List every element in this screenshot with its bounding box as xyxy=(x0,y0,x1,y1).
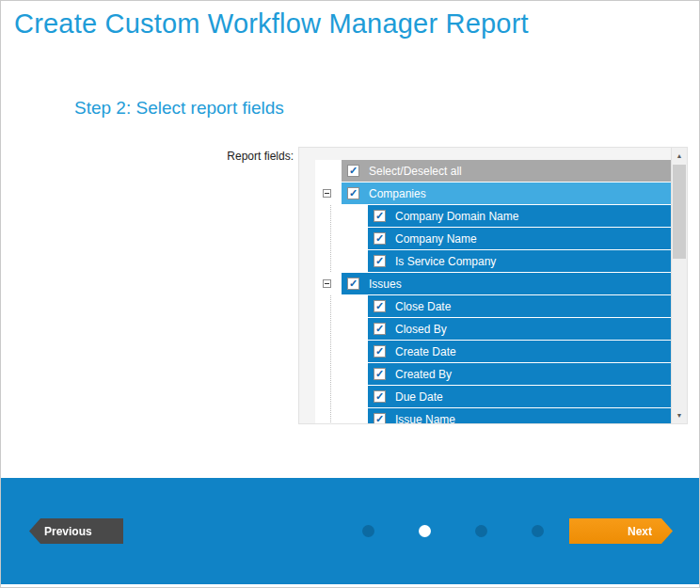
row-label: Closed By xyxy=(395,323,447,336)
row-bar[interactable]: ✓Created By xyxy=(368,363,671,385)
wizard-navigation-bar: Previous Next xyxy=(1,478,699,584)
row-label: Companies xyxy=(369,187,426,200)
checkbox[interactable]: ✓ xyxy=(374,232,386,245)
step-dot-1[interactable] xyxy=(362,525,374,537)
previous-button[interactable]: Previous xyxy=(29,518,123,544)
tree-indent xyxy=(315,318,368,340)
tree-row[interactable]: ✓Created By xyxy=(315,363,671,385)
tree-line xyxy=(330,363,331,385)
checkbox[interactable]: ✓ xyxy=(347,278,359,290)
tree-row[interactable]: ✓Issue Name xyxy=(315,408,671,424)
checkbox[interactable]: ✓ xyxy=(374,323,386,335)
tree-row[interactable]: ✓Company Name xyxy=(315,228,671,249)
row-label: Close Date xyxy=(395,300,451,313)
tree-row[interactable]: ✓Issues xyxy=(315,273,671,294)
tree-row[interactable]: ✓Due Date xyxy=(315,386,671,407)
tree-line xyxy=(330,408,331,424)
collapse-expander-icon[interactable] xyxy=(323,279,331,288)
tree-indent xyxy=(315,228,368,249)
report-fields-label: Report fields: xyxy=(203,150,294,163)
tree-row[interactable]: ✓Is Service Company xyxy=(315,250,671,272)
next-button[interactable]: Next xyxy=(569,518,673,544)
row-bar[interactable]: ✓Issue Name xyxy=(368,408,671,424)
tree-indent xyxy=(315,205,368,227)
step-indicator xyxy=(362,525,544,537)
row-bar[interactable]: ✓Company Domain Name xyxy=(368,205,671,227)
report-fields-list: ✓Select/Deselect all✓Companies✓Company D… xyxy=(298,147,688,424)
tree-indent xyxy=(315,363,368,385)
checkbox[interactable]: ✓ xyxy=(374,210,386,222)
wizard-window: Create Custom Workflow Manager Report St… xyxy=(0,0,700,588)
tree-line xyxy=(330,228,331,249)
tree-row[interactable]: ✓Company Domain Name xyxy=(315,205,671,227)
tree-indent xyxy=(315,341,368,362)
row-label: Create Date xyxy=(395,345,456,358)
checkbox[interactable]: ✓ xyxy=(347,165,359,177)
row-bar[interactable]: ✓Company Name xyxy=(368,228,671,249)
tree-indent xyxy=(315,386,368,407)
row-bar[interactable]: ✓Create Date xyxy=(368,341,671,362)
row-label: Issues xyxy=(369,278,402,291)
checkbox[interactable]: ✓ xyxy=(374,255,386,267)
vertical-scrollbar[interactable]: ▲ ▼ xyxy=(671,148,687,423)
row-bar[interactable]: ✓Select/Deselect all xyxy=(342,160,671,182)
scrollbar-thumb[interactable] xyxy=(673,165,686,259)
tree-line xyxy=(330,295,331,317)
row-label: Select/Deselect all xyxy=(369,165,462,178)
step-dot-2[interactable] xyxy=(419,525,431,537)
step-dot-3[interactable] xyxy=(475,525,487,537)
tree-line xyxy=(330,341,331,362)
checkbox[interactable]: ✓ xyxy=(347,187,359,199)
tree-indent xyxy=(315,250,368,272)
tree-line xyxy=(330,318,331,340)
row-bar[interactable]: ✓Is Service Company xyxy=(368,250,671,272)
row-label: Company Name xyxy=(395,232,477,246)
row-bar[interactable]: ✓Due Date xyxy=(368,386,671,407)
tree-indent xyxy=(315,273,342,294)
checkbox[interactable]: ✓ xyxy=(374,368,386,380)
tree-line xyxy=(330,386,331,407)
tree-indent xyxy=(315,408,368,424)
step-title: Step 2: Select report fields xyxy=(74,98,284,119)
tree-line xyxy=(330,205,331,227)
row-bar[interactable]: ✓Close Date xyxy=(368,295,671,317)
row-label: Due Date xyxy=(395,390,443,404)
checkbox[interactable]: ✓ xyxy=(374,413,386,424)
collapse-expander-icon[interactable] xyxy=(323,189,331,198)
row-label: Company Domain Name xyxy=(395,210,518,223)
row-bar[interactable]: ✓Closed By xyxy=(368,318,671,340)
row-label: Created By xyxy=(395,368,452,381)
report-fields-tree: ✓Select/Deselect all✓Companies✓Company D… xyxy=(315,160,671,424)
page-title: Create Custom Workflow Manager Report xyxy=(14,8,529,40)
tree-indent xyxy=(315,183,342,204)
tree-row[interactable]: ✓Closed By xyxy=(315,318,671,340)
tree-indent xyxy=(315,160,342,182)
step-dot-4[interactable] xyxy=(532,525,544,537)
row-bar[interactable]: ✓Issues xyxy=(342,273,671,294)
checkbox[interactable]: ✓ xyxy=(374,300,386,312)
select-all-row[interactable]: ✓Select/Deselect all xyxy=(315,160,671,182)
checkbox[interactable]: ✓ xyxy=(374,390,386,403)
scrollbar-down-icon[interactable]: ▼ xyxy=(672,407,687,423)
scrollbar-up-icon[interactable]: ▲ xyxy=(672,148,687,164)
row-label: Issue Name xyxy=(395,413,455,425)
tree-row[interactable]: ✓Companies xyxy=(315,183,671,204)
tree-row[interactable]: ✓Create Date xyxy=(315,341,671,362)
row-bar[interactable]: ✓Companies xyxy=(342,183,671,204)
row-label: Is Service Company xyxy=(395,255,496,268)
tree-row[interactable]: ✓Close Date xyxy=(315,295,671,317)
tree-indent xyxy=(315,295,368,317)
tree-line xyxy=(330,250,331,272)
checkbox[interactable]: ✓ xyxy=(374,345,386,358)
